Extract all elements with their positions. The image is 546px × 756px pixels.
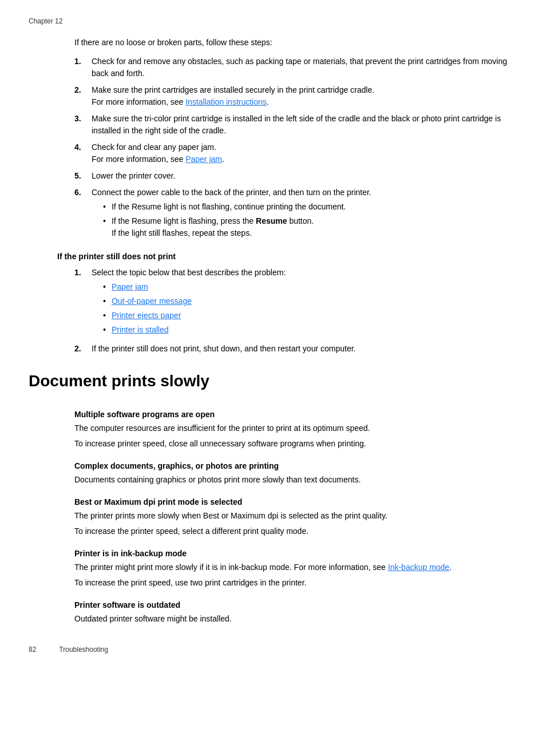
step-1-content: Check for and remove any obstacles, such… bbox=[92, 56, 517, 80]
step-3-content: Make sure the tri-color print cartridge … bbox=[92, 113, 517, 137]
page-footer: 82 Troubleshooting bbox=[29, 646, 108, 654]
subsection-complex-docs: Complex documents, graphics, or photos a… bbox=[74, 461, 517, 486]
step-1-num: 1. bbox=[74, 56, 92, 80]
paper-jam-link-1[interactable]: Paper jam bbox=[185, 155, 222, 164]
subsection-multiple-software: Multiple software programs are open The … bbox=[74, 410, 517, 450]
subsection-outdated-software: Printer software is outdated Outdated pr… bbox=[74, 600, 517, 625]
chapter-header: Chapter 12 bbox=[29, 17, 517, 25]
paper-jam-link[interactable]: Paper jam bbox=[112, 281, 148, 293]
chapter-label: Chapter 12 bbox=[29, 17, 62, 25]
step-4-num: 4. bbox=[74, 141, 92, 165]
big-section-title: Document prints slowly bbox=[29, 372, 517, 396]
section1-step-2-content: If the printer still does not print, shu… bbox=[92, 343, 517, 355]
step-2-num: 2. bbox=[74, 84, 92, 108]
step-5-num: 5. bbox=[74, 170, 92, 182]
subsection-outdated-software-p1: Outdated printer software might be insta… bbox=[74, 613, 517, 625]
step-6-num: 6. bbox=[74, 187, 92, 242]
subsection-complex-docs-title: Complex documents, graphics, or photos a… bbox=[74, 461, 517, 470]
subsection-multiple-software-p1: The computer resources are insufficient … bbox=[74, 422, 517, 434]
subsection-ink-backup-p2: To increase the print speed, use two pri… bbox=[74, 577, 517, 589]
installation-instructions-link[interactable]: Installation instructions bbox=[185, 97, 267, 106]
bullet-2: If the Resume light is flashing, press t… bbox=[103, 215, 517, 239]
subsection-dpi-title: Best or Maximum dpi print mode is select… bbox=[74, 497, 517, 506]
intro-text: If there are no loose or broken parts, f… bbox=[74, 37, 517, 49]
footer-page-number: 82 bbox=[29, 646, 36, 654]
step-2: 2. Make sure the print cartridges are in… bbox=[74, 84, 517, 108]
subsection-multiple-software-p2: To increase printer speed, close all unn… bbox=[74, 438, 517, 450]
footer-label: Troubleshooting bbox=[59, 646, 108, 654]
section1-step-2: 2. If the printer still does not print, … bbox=[74, 343, 517, 355]
topic-out-of-paper: Out-of-paper message bbox=[103, 295, 517, 307]
ink-backup-mode-link[interactable]: Ink-backup mode bbox=[388, 563, 449, 572]
section1-heading: If the printer still does not print bbox=[57, 252, 517, 261]
subsection-dpi-p1: The printer prints more slowly when Best… bbox=[74, 510, 517, 522]
printer-stalled-link[interactable]: Printer is stalled bbox=[112, 324, 169, 336]
step-6-bullets: If the Resume light is not flashing, con… bbox=[92, 201, 517, 239]
section1-steps: 1. Select the topic below that best desc… bbox=[74, 267, 517, 355]
subsection-dpi: Best or Maximum dpi print mode is select… bbox=[74, 497, 517, 537]
bullet-1: If the Resume light is not flashing, con… bbox=[103, 201, 517, 213]
step-6: 6. Connect the power cable to the back o… bbox=[74, 187, 517, 242]
step-4: 4. Check for and clear any paper jam. Fo… bbox=[74, 141, 517, 165]
section1-step-1: 1. Select the topic below that best desc… bbox=[74, 267, 517, 338]
subsection-dpi-p2: To increase the printer speed, select a … bbox=[74, 525, 517, 537]
step-5: 5. Lower the printer cover. bbox=[74, 170, 517, 182]
subsection-complex-docs-p1: Documents containing graphics or photos … bbox=[74, 474, 517, 486]
step-4-content: Check for and clear any paper jam. For m… bbox=[92, 141, 517, 165]
topic-printer-stalled: Printer is stalled bbox=[103, 324, 517, 336]
step-3: 3. Make sure the tri-color print cartrid… bbox=[74, 113, 517, 137]
subsection-multiple-software-title: Multiple software programs are open bbox=[74, 410, 517, 419]
section1-step-1-num: 1. bbox=[74, 267, 92, 338]
step-2-content: Make sure the print cartridges are insta… bbox=[92, 84, 517, 108]
subsection-ink-backup-p1: The printer might print more slowly if i… bbox=[74, 561, 517, 573]
section1-step-2-num: 2. bbox=[74, 343, 92, 355]
step-6-content: Connect the power cable to the back of t… bbox=[92, 187, 517, 242]
topic-paper-jam: Paper jam bbox=[103, 281, 517, 293]
topic-printer-ejects: Printer ejects paper bbox=[103, 310, 517, 322]
step-1: 1. Check for and remove any obstacles, s… bbox=[74, 56, 517, 80]
subsection-ink-backup-title: Printer is in ink-backup mode bbox=[74, 549, 517, 558]
subsection-ink-backup: Printer is in ink-backup mode The printe… bbox=[74, 549, 517, 589]
out-of-paper-link[interactable]: Out-of-paper message bbox=[112, 295, 192, 307]
subsection-outdated-software-title: Printer software is outdated bbox=[74, 600, 517, 609]
step-3-num: 3. bbox=[74, 113, 92, 137]
section1-step-1-content: Select the topic below that best describ… bbox=[92, 267, 517, 338]
topic-list: Paper jam Out-of-paper message Printer e… bbox=[92, 281, 517, 336]
steps-list: 1. Check for and remove any obstacles, s… bbox=[74, 56, 517, 242]
step-5-content: Lower the printer cover. bbox=[92, 170, 517, 182]
printer-ejects-link[interactable]: Printer ejects paper bbox=[112, 310, 181, 322]
